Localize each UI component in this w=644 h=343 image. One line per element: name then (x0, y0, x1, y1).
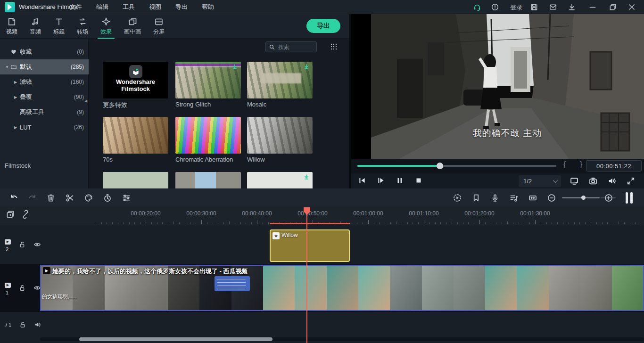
menu-item[interactable]: 文件 (64, 0, 88, 14)
effect-card-Mosaic[interactable]: Mosaic (247, 62, 313, 108)
previous-frame-icon[interactable] (358, 176, 366, 185)
video-subtitle: 我的确不敢 主动 (473, 127, 542, 139)
sidebar-item-label: LUT (20, 124, 32, 131)
grid-view-icon[interactable] (330, 43, 338, 50)
effect-label: 更多特效 (103, 101, 168, 109)
save-icon[interactable] (529, 2, 539, 12)
headset-support-icon[interactable] (472, 2, 482, 12)
seek-bar[interactable] (357, 165, 556, 167)
minimize-icon[interactable] (587, 2, 598, 12)
filmstock-section-label[interactable]: Filmstock (5, 162, 31, 169)
sidebar-item-收藏[interactable]: 收藏(0) (0, 44, 89, 59)
seek-handle[interactable] (437, 163, 443, 169)
delete-trash-icon[interactable] (46, 193, 56, 203)
undo-icon[interactable] (9, 193, 19, 203)
preview-quality-value: 1/2 (523, 178, 532, 185)
track-header-video1: ▶1 (0, 264, 40, 312)
lock-icon[interactable] (18, 241, 26, 248)
sidebar-item-默认[interactable]: ▼默认(285) (0, 59, 89, 74)
effect-card-70s[interactable]: 70s (103, 117, 168, 163)
effect-card-partial3[interactable] (247, 172, 313, 188)
playhead-line[interactable] (306, 214, 307, 343)
fullscreen-icon[interactable] (626, 176, 636, 186)
search-input[interactable] (277, 43, 314, 51)
mark-out-brace[interactable]: } (580, 160, 582, 169)
sidebar-item-滤镜[interactable]: ▶滤镜(160) (0, 74, 89, 90)
search-box[interactable] (265, 41, 317, 52)
track-speaker-icon[interactable] (34, 321, 41, 328)
tab-效果[interactable]: 效果 (94, 14, 118, 39)
auto-ripple-link-icon[interactable] (21, 210, 30, 219)
pause-icon[interactable] (396, 176, 404, 185)
export-button[interactable]: 导出 (306, 19, 340, 33)
zoom-out-icon[interactable] (547, 193, 556, 203)
login-link[interactable]: 登录 (510, 3, 522, 12)
collapse-panel-arrow-icon[interactable]: ◀ (84, 99, 87, 103)
tab-画中画[interactable]: 画中画 (118, 14, 147, 39)
menu-item[interactable]: 视图 (143, 0, 167, 14)
close-icon[interactable] (627, 2, 637, 12)
track-header-audio1: ♪1 (0, 312, 40, 337)
redo-icon[interactable] (27, 193, 37, 203)
snapshot-camera-icon[interactable] (588, 176, 598, 186)
ruler-tick (129, 222, 130, 224)
visibility-eye-icon[interactable] (33, 241, 41, 248)
menu-item[interactable]: 导出 (170, 0, 193, 14)
effect-card-Strong Glitch[interactable]: Strong Glitch (175, 62, 241, 108)
lock-icon[interactable] (18, 284, 26, 292)
effect-card-Willow[interactable]: Willow (247, 117, 313, 163)
stop-icon[interactable] (414, 176, 423, 185)
pause-bars-handle[interactable] (626, 192, 633, 204)
ruler-tick (630, 222, 630, 224)
sidebar-item-叠覆[interactable]: ▶叠覆(90) (0, 90, 89, 105)
sidebar-item-LUT[interactable]: ▶LUT(26) (0, 120, 89, 135)
download-effect-icon[interactable] (303, 174, 310, 180)
download-effect-icon[interactable] (303, 64, 310, 70)
willow-effect-clip[interactable]: ★ Willow (270, 229, 350, 262)
split-scissors-icon[interactable] (65, 193, 74, 203)
render-preview-icon[interactable] (453, 193, 462, 203)
timeline-zoom-handle[interactable] (581, 196, 586, 200)
lock-icon[interactable] (19, 321, 26, 328)
sidebar-item-高级工具[interactable]: 高级工具(9) (0, 105, 89, 120)
ruler-tick (485, 222, 486, 224)
display-device-icon[interactable] (570, 176, 579, 186)
effect-card-partial1[interactable] (103, 172, 168, 188)
tab-标题[interactable]: 标题 (47, 14, 71, 39)
effect-card-更多特效[interactable]: WondershareFilmstock更多特效 (103, 62, 168, 109)
fit-timeline-icon[interactable] (528, 193, 537, 203)
tab-音频[interactable]: 音频 (24, 14, 47, 39)
tab-分屏[interactable]: 分屏 (147, 14, 171, 39)
info-icon[interactable] (490, 2, 500, 12)
restore-window-icon[interactable] (608, 2, 618, 12)
effect-card-partial2[interactable] (175, 172, 241, 188)
menu-item[interactable]: 帮助 (196, 0, 220, 14)
ruler-tick (201, 220, 202, 224)
download-update-icon[interactable] (567, 2, 577, 12)
record-voiceover-mic-icon[interactable] (490, 193, 500, 203)
ruler-tick (613, 222, 613, 224)
tab-视频[interactable]: 视频 (0, 14, 24, 39)
mail-icon[interactable] (548, 2, 558, 12)
speed-timer-icon[interactable] (103, 193, 112, 203)
main-video-clip[interactable]: ▶ 她要的，我给不了，以后的视频，这个俄罗斯女孩不会出现了 - 西瓜视频 的女孩… (40, 265, 644, 311)
volume-speaker-icon[interactable] (607, 176, 617, 186)
next-frame-icon[interactable] (377, 176, 385, 185)
timeline-hscrollbar-thumb[interactable] (79, 337, 272, 341)
menu-item[interactable]: 编辑 (91, 0, 114, 14)
seek-progress (357, 165, 440, 167)
menu-item[interactable]: 工具 (117, 0, 140, 14)
color-palette-icon[interactable] (84, 193, 93, 203)
download-effect-icon[interactable] (231, 64, 238, 70)
tab-转场[interactable]: 转场 (71, 14, 94, 39)
marker-icon[interactable] (471, 193, 481, 203)
preview-quality-dropdown[interactable]: 1/2 (519, 175, 561, 187)
timeline-zoom-slider[interactable] (562, 197, 600, 198)
zoom-in-icon[interactable] (604, 193, 613, 203)
video-preview[interactable]: 我的确不敢 主动 (351, 14, 644, 159)
adjust-sliders-icon[interactable] (122, 193, 131, 203)
mark-in-brace[interactable]: { (563, 160, 566, 169)
manage-tracks-icon[interactable] (6, 210, 15, 219)
effect-card-Chromatic Aberration[interactable]: Chromatic Aberration (175, 117, 241, 163)
audio-mixer-icon[interactable] (509, 193, 519, 203)
